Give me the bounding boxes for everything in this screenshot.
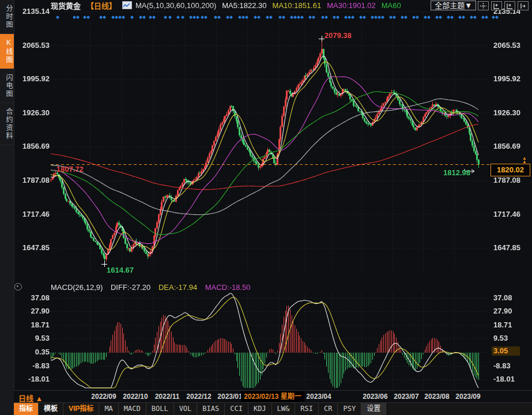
time-axis-label: 2022/11 (155, 393, 180, 401)
indicator-tab-KDJ[interactable]: KDJ (248, 403, 272, 415)
axis-tick-label: 1787.08 (493, 176, 520, 184)
last-price-badge: 1820.02 (491, 164, 530, 176)
axis-tick-label: 1995.92 (22, 75, 50, 83)
sidebar-tab-3[interactable]: 合约资料 (0, 103, 14, 145)
price-alert-arrows-icon: ▲▲ (522, 157, 527, 164)
indicator-tab-设置[interactable]: 设置 (361, 403, 386, 415)
scale-right-icon[interactable] (504, 1, 515, 10)
chart-toolbar (478, 1, 529, 10)
axis-tick-label: 1995.92 (493, 75, 520, 83)
macd-header: MACD(26,12,9) DIFF:-27.20 DEA:-17.94 MAC… (51, 283, 256, 292)
time-axis-label: 2022/12 (186, 393, 211, 401)
high-price-annotation: 2079.38 (325, 31, 352, 40)
main-chart-canvas[interactable] (0, 0, 532, 415)
indicator-tab-VIP指标[interactable]: VIP指标 (63, 403, 99, 415)
chart-header: 现货黄金 【日线】 MA(5,10,30,60,100,200) MA5:182… (14, 0, 532, 10)
sidebar-tab-1[interactable]: K线图 (0, 34, 14, 69)
axis-tick-label: 1787.08 (22, 176, 50, 184)
indicator-tab-MACD[interactable]: MACD (119, 403, 146, 415)
axis-tick-label: 2065.53 (22, 42, 50, 50)
indicator-tab-BIAS[interactable]: BIAS (197, 403, 225, 415)
last-low-label: 1812.98 (443, 168, 470, 177)
indicator-tab-RSI[interactable]: RSI (295, 403, 319, 415)
ma-value-2: MA30:1901.02 (327, 1, 376, 10)
ma-value-3: MA60 (382, 1, 401, 10)
indicator-tab-CR[interactable]: CR (319, 403, 338, 415)
low-price-annotation: 1614.67 (107, 266, 134, 274)
symbol-name: 现货黄金 (51, 0, 81, 11)
period-label: 【日线】 (86, 0, 116, 11)
indicator-tab-VOL[interactable]: VOL (174, 403, 198, 415)
axis-tick-label: 1647.85 (22, 244, 50, 252)
time-axis-label: 2023/08 (424, 393, 449, 401)
macd-title: MACD(26,12,9) (51, 283, 103, 292)
axis-tick-label: 0.35 (35, 348, 50, 356)
axis-tick-label: 1717.46 (22, 210, 50, 218)
time-axis-row: 日线 ▲ 2022/092022/102022/112022/122023/01… (14, 390, 532, 403)
axis-tick-label: 1926.30 (22, 109, 50, 117)
axis-tick-label: 9.53 (35, 334, 50, 342)
ma-value-1: MA10:1851.61 (273, 1, 322, 10)
pan-icon[interactable] (478, 1, 489, 10)
indicator-tab-MA[interactable]: MA (99, 403, 118, 415)
macd-macd-value: MACD:-18.50 (205, 283, 251, 292)
left-sidebar: 分时图K线图闪电图合约资料 (0, 0, 14, 415)
sidebar-tab-0[interactable]: 分时图 (0, 0, 14, 34)
scale-left-icon[interactable] (491, 1, 502, 10)
indicator-tab-PSY[interactable]: PSY (338, 403, 361, 415)
axis-tick-label: -18.01 (493, 375, 515, 383)
ma-values: MA5:1822.30MA10:1851.61MA30:1901.02MA60 (222, 1, 406, 10)
time-axis-label: 2023/07 (394, 393, 418, 401)
axis-tick-label: 1856.69 (22, 142, 50, 150)
trading-app: 分时图K线图闪电图合约资料 现货黄金 【日线】 MA(5,10,30,60,10… (0, 0, 532, 415)
macd-diff-value: DIFF:-27.20 (111, 283, 150, 292)
axis-tick-label: 1647.85 (493, 244, 520, 252)
axis-tick-label: 27.90 (31, 307, 50, 315)
ma-settings-label: MA(5,10,30,60,100,200) (135, 1, 216, 10)
axis-tick-label: 2065.53 (493, 42, 520, 50)
sidebar-tab-2[interactable]: 闪电图 (0, 69, 14, 103)
axis-tick-label: 1717.46 (493, 210, 520, 218)
axis-tick-label: -8.83 (32, 362, 50, 370)
axis-tick-label: 9.53 (493, 334, 508, 342)
alert-price-label: 1807.72 (56, 165, 84, 173)
axis-tick-label: 18.71 (493, 321, 512, 329)
theme-select-button[interactable]: 全部主题▼ (431, 1, 476, 10)
axis-tick-label: 27.90 (493, 307, 512, 315)
indicator-tab-指标[interactable]: 指标 (14, 403, 39, 415)
macd-dea-value: DEA:-17.94 (159, 283, 197, 292)
axis-tick-label: 1926.30 (493, 109, 520, 117)
time-axis-label: 2023/04 (306, 393, 331, 401)
indicator-tab-BOLL[interactable]: BOLL (146, 403, 174, 415)
time-axis-label: 2023/01 (217, 393, 242, 401)
axis-tick-label: 37.08 (31, 294, 50, 302)
macd-pane-settings-icon[interactable] (14, 283, 22, 290)
indicator-tab-模板[interactable]: 模板 (39, 403, 63, 415)
axis-tick-label: -18.01 (28, 375, 50, 383)
time-axis-label: 2022/09 (91, 393, 116, 401)
chart-type-icon (122, 1, 132, 9)
axis-tick-label: 37.08 (493, 294, 512, 302)
axis-tick-label: -8.83 (493, 362, 511, 370)
time-axis-label: 2023/06 (363, 393, 387, 401)
goto-latest-icon[interactable] (518, 1, 529, 10)
indicator-tab-LW&[interactable]: LW& (272, 403, 296, 415)
axis-tick-label: 18.71 (31, 321, 50, 329)
indicator-tab-CCI[interactable]: CCI (225, 403, 248, 415)
ma-value-0: MA5:1822.30 (222, 1, 266, 10)
time-axis-label: 2022/10 (123, 393, 148, 401)
crosshair-date-tooltip: 2023/02/13 星期一 (241, 391, 304, 402)
macd-last-value-badge: 3.05 (492, 346, 520, 356)
axis-tick-label: 1856.69 (493, 142, 520, 150)
time-axis-label: 2023/09 (455, 393, 480, 401)
indicator-tab-bar: 指标模板VIP指标MAMACDBOLLVOLBIASCCIKDJLW&RSICR… (14, 402, 532, 415)
